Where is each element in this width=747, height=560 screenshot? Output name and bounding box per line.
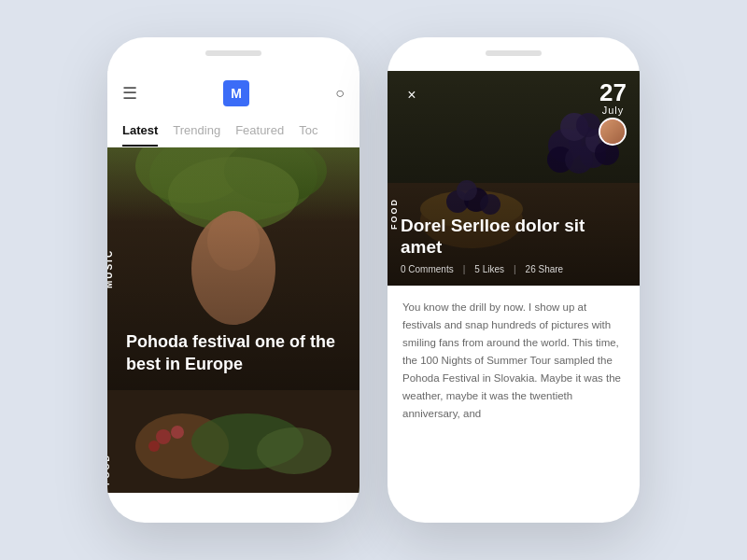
phone-left: ☰ M ○ Latest Trending Featured Toc bbox=[107, 37, 359, 523]
phone-right: × 27 July FOOD Dorel Serlloe dolor sit a… bbox=[388, 37, 640, 523]
tab-trending[interactable]: Trending bbox=[173, 116, 220, 147]
svg-rect-15 bbox=[107, 390, 359, 493]
tab-featured[interactable]: Featured bbox=[235, 116, 284, 147]
article-body-text: You know the drill by now. I show up at … bbox=[402, 299, 625, 423]
food-category-tag: FOOD bbox=[389, 198, 399, 230]
article-image: × 27 July FOOD Dorel Serlloe dolor sit a… bbox=[388, 71, 640, 286]
category-label-music: MUSIC bbox=[107, 249, 114, 288]
app-logo: M bbox=[223, 80, 249, 106]
comments-count: 0 Comments bbox=[401, 264, 454, 274]
small-card[interactable]: FOOD bbox=[107, 390, 359, 493]
article-meta: 0 Comments | 5 Likes | 26 Share bbox=[401, 264, 627, 274]
main-card-title: Pohoda festival one of the best in Europ… bbox=[126, 331, 345, 375]
category-label-food: FOOD bbox=[107, 454, 111, 485]
hamburger-icon[interactable]: ☰ bbox=[122, 83, 137, 104]
tab-navigation: Latest Trending Featured Toc bbox=[107, 116, 359, 147]
likes-count: 5 Likes bbox=[474, 264, 504, 274]
article-title: Dorel Serlloe dolor sit amet bbox=[401, 216, 627, 259]
close-button[interactable]: × bbox=[399, 82, 425, 108]
date-badge: 27 July bbox=[599, 80, 627, 116]
search-icon[interactable]: ○ bbox=[335, 85, 345, 102]
tab-latest[interactable]: Latest bbox=[122, 116, 158, 147]
top-bar: ☰ M ○ bbox=[107, 71, 359, 116]
article-body: You know the drill by now. I show up at … bbox=[388, 286, 640, 436]
article-title-block: Dorel Serlloe dolor sit amet 0 Comments … bbox=[401, 216, 627, 274]
main-card[interactable]: MUSIC Pohoda festival one of the best in… bbox=[107, 147, 359, 390]
avatar bbox=[599, 118, 627, 146]
shares-count: 26 Share bbox=[526, 264, 564, 274]
tab-toc[interactable]: Toc bbox=[299, 116, 317, 147]
